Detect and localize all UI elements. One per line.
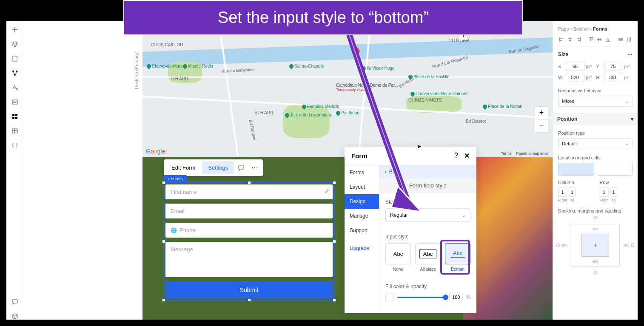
responsive-label: Responsive behavior [558,88,633,93]
more-icon[interactable]: ⋯ [248,162,261,174]
row-from-input[interactable]: 1 [600,187,609,197]
map-poi[interactable]: Fontaine Médicis [302,104,339,109]
fill-color-swatch[interactable] [385,293,394,301]
nav-design[interactable]: Design [345,194,379,209]
grid-cell-2[interactable] [597,163,633,176]
google-logo: Google [146,148,165,155]
w-input[interactable]: 520 [566,73,584,82]
x-input[interactable]: 60 [566,62,584,71]
map-widget[interactable]: GROS-CAILLOU 7TH ARR. 6TH ARR. 11TH ARR.… [142,21,553,157]
align-bottom-icon[interactable] [604,37,611,43]
state-select[interactable]: Regular [385,208,470,222]
distribute-h-icon[interactable] [617,37,624,43]
nav-upgrade[interactable]: Upgrade [345,241,379,255]
map-poi[interactable]: Ile Victor Hugo [362,66,394,71]
nav-layout[interactable]: Layout [345,180,379,194]
input-style-none[interactable]: Abc None [385,243,411,272]
apps-icon[interactable] [11,113,18,120]
docking-widget[interactable]: 0% 0% 0% 0% + [558,218,633,273]
back-button[interactable]: ‹ Back [379,165,476,178]
chat-icon[interactable] [11,298,18,305]
data-icon[interactable] [11,128,18,134]
opacity-slider[interactable] [397,297,446,298]
text-icon[interactable] [11,84,18,91]
zoom-in-button[interactable]: + [535,107,548,119]
align-right-icon[interactable] [575,37,582,43]
add-icon[interactable] [11,26,18,33]
phone-field[interactable]: Phone [165,223,333,238]
settings-button[interactable]: Settings [202,161,234,174]
svg-rect-8 [15,114,17,116]
svg-point-3 [14,74,16,76]
flowers-image [463,157,553,320]
comment-icon[interactable] [235,162,248,174]
align-left-icon[interactable] [558,37,565,43]
dock-center-add[interactable]: + [581,234,609,257]
align-center-h-icon[interactable] [567,37,573,43]
svg-point-4 [16,88,18,90]
form-selection[interactable]: First name ⤢ Email Phone Message Submit [163,182,335,301]
responsive-select[interactable]: Mixed [558,96,633,107]
inspector-panel: Page › Section › Forms Size⋯ X60px* Y75p… [553,21,638,320]
submit-button[interactable]: Submit [165,281,333,298]
nav-support[interactable]: Support [345,223,379,238]
map-poi[interactable]: Musée Rodin [183,64,213,68]
svg-rect-11 [12,129,17,133]
col-from-input[interactable]: 1 [558,187,567,197]
edit-form-button[interactable]: Edit Form [165,161,201,174]
map-area-label: GROS-CAILLOU [151,43,183,47]
map-poi[interactable]: Panthéon [336,111,359,115]
svg-rect-13 [239,166,244,169]
input-style-all-sides[interactable]: Abc All sides [415,243,441,272]
grid-cell-1[interactable] [558,163,594,176]
map-poi[interactable]: Sainte-Chapelle [289,64,325,68]
message-field[interactable]: Message [165,242,333,277]
help-icon[interactable]: ? [454,152,458,160]
opacity-value[interactable]: 100 [449,293,463,301]
nav-manage[interactable]: Manage [345,209,379,223]
map-poi[interactable]: Coulée verte René-Dumont [410,91,467,96]
close-icon[interactable]: ✕ [464,152,470,160]
page-icon[interactable] [11,55,18,62]
map-poi[interactable]: Jardin du Luxembourg [285,113,333,117]
form-settings-panel: Form ? ✕ Forms Layout Design Manage Supp… [345,147,476,313]
align-top-icon[interactable] [588,37,595,43]
size-more-icon[interactable]: ⋯ [627,51,633,57]
map-poi[interactable]: Champ-de-Mars [147,64,182,68]
position-type-select[interactable]: Default [558,138,633,149]
panel-title: Form [351,152,368,159]
y-input[interactable]: 75 [604,62,623,71]
canvas[interactable]: Desktop (Primary) GROS-CAILLOU 7TH ARR. … [23,21,553,320]
layers-icon[interactable] [11,41,18,48]
align-center-v-icon[interactable] [596,37,603,43]
distribute-v-icon[interactable] [626,37,633,43]
row-to-input[interactable]: 1 [610,187,617,197]
email-field[interactable]: Email [165,204,333,218]
position-section-toggle[interactable]: Position▾ [553,113,638,125]
app-window: Desktop (Primary) GROS-CAILLOU 7TH ARR. … [6,21,638,320]
form-breadcrumb-badge[interactable]: Forms [164,175,187,182]
input-style-bottom[interactable]: Abc Bottom [445,243,470,272]
docking-label: Docking, margins and padding [558,208,633,213]
nav-forms[interactable]: Forms [345,165,379,180]
code-icon[interactable] [11,142,18,149]
alignment-row [558,37,633,47]
zoom-out-button[interactable]: − [535,119,548,132]
map-area-label: QUINZE-VINGTS [408,98,442,102]
h-input[interactable]: 351 [604,73,623,82]
col-to-input[interactable]: 1 [569,187,576,197]
help-icon[interactable] [11,313,18,320]
image-icon[interactable] [11,99,18,105]
svg-point-1 [12,71,14,72]
map-area-label: 7TH ARR. [170,77,189,81]
first-name-field[interactable]: First name ⤢ [165,184,333,199]
expand-icon[interactable]: ⤢ [325,188,329,194]
size-heading: Size [558,51,568,57]
map-attribution: Terms Report a map error [498,151,548,156]
breadcrumb[interactable]: Page › Section › Forms [558,26,633,31]
map-poi-notredame[interactable]: Cathédrale Notre-Dame de Par... Temporar… [336,83,398,92]
left-toolbar [6,21,23,320]
map-poi[interactable]: Place de la Nation [483,104,522,109]
sections-icon[interactable] [11,70,18,77]
state-label: State [385,199,470,205]
